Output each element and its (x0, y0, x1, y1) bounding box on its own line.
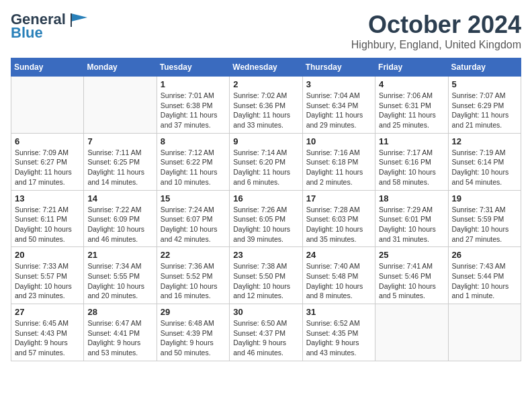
calendar-cell (11, 77, 84, 134)
day-number: 9 (233, 136, 298, 146)
day-number: 25 (379, 250, 444, 260)
calendar-cell: 27Sunrise: 6:45 AM Sunset: 4:43 PM Dayli… (11, 304, 84, 361)
day-number: 21 (87, 250, 152, 260)
calendar-cell: 11Sunrise: 7:17 AM Sunset: 6:16 PM Dayli… (375, 133, 448, 190)
week-row-1: 1Sunrise: 7:01 AM Sunset: 6:38 PM Daylig… (11, 77, 521, 134)
day-number: 11 (379, 136, 444, 146)
day-number: 19 (452, 193, 517, 203)
weekday-header-wednesday: Wednesday (230, 58, 302, 77)
day-number: 29 (161, 307, 226, 317)
calendar-cell: 22Sunrise: 7:36 AM Sunset: 5:52 PM Dayli… (157, 247, 229, 304)
calendar-cell: 25Sunrise: 7:41 AM Sunset: 5:46 PM Dayli… (375, 247, 448, 304)
calendar-cell (448, 304, 521, 361)
day-number: 24 (306, 250, 371, 260)
day-info: Sunrise: 7:07 AM Sunset: 6:29 PM Dayligh… (452, 91, 517, 130)
day-info: Sunrise: 7:38 AM Sunset: 5:50 PM Dayligh… (233, 261, 298, 301)
logo: General Blue (11, 11, 87, 42)
calendar-cell: 28Sunrise: 6:47 AM Sunset: 4:41 PM Dayli… (84, 304, 157, 361)
day-info: Sunrise: 7:16 AM Sunset: 6:18 PM Dayligh… (306, 148, 371, 187)
day-number: 27 (15, 307, 80, 317)
day-info: Sunrise: 7:11 AM Sunset: 6:25 PM Dayligh… (87, 148, 152, 187)
page-header: General Blue October 2024 Highbury, Engl… (11, 11, 521, 51)
day-info: Sunrise: 7:24 AM Sunset: 6:07 PM Dayligh… (161, 205, 226, 244)
calendar-cell: 23Sunrise: 7:38 AM Sunset: 5:50 PM Dayli… (230, 247, 302, 304)
calendar-cell: 26Sunrise: 7:43 AM Sunset: 5:44 PM Dayli… (448, 247, 521, 304)
calendar-cell: 13Sunrise: 7:21 AM Sunset: 6:11 PM Dayli… (11, 190, 84, 247)
day-number: 12 (452, 136, 517, 146)
day-info: Sunrise: 7:19 AM Sunset: 6:14 PM Dayligh… (452, 148, 517, 187)
day-number: 18 (379, 193, 444, 203)
weekday-header-friday: Friday (375, 58, 448, 77)
day-number: 1 (161, 79, 226, 89)
day-info: Sunrise: 7:41 AM Sunset: 5:46 PM Dayligh… (379, 261, 444, 301)
day-number: 28 (87, 307, 152, 317)
svg-marker-0 (71, 13, 87, 21)
day-info: Sunrise: 7:31 AM Sunset: 5:59 PM Dayligh… (452, 205, 517, 244)
calendar-cell: 8Sunrise: 7:12 AM Sunset: 6:22 PM Daylig… (157, 133, 229, 190)
calendar-cell: 6Sunrise: 7:09 AM Sunset: 6:27 PM Daylig… (11, 133, 84, 190)
day-number: 14 (87, 193, 152, 203)
calendar-cell: 3Sunrise: 7:04 AM Sunset: 6:34 PM Daylig… (302, 77, 375, 134)
day-info: Sunrise: 7:26 AM Sunset: 6:05 PM Dayligh… (233, 205, 298, 244)
weekday-header-sunday: Sunday (11, 58, 84, 77)
day-info: Sunrise: 7:09 AM Sunset: 6:27 PM Dayligh… (15, 148, 80, 187)
day-number: 3 (306, 79, 371, 89)
calendar-cell: 20Sunrise: 7:33 AM Sunset: 5:57 PM Dayli… (11, 247, 84, 304)
day-info: Sunrise: 7:17 AM Sunset: 6:16 PM Dayligh… (379, 148, 444, 187)
calendar-cell: 10Sunrise: 7:16 AM Sunset: 6:18 PM Dayli… (302, 133, 375, 190)
calendar-cell (84, 77, 157, 134)
calendar-cell: 29Sunrise: 6:48 AM Sunset: 4:39 PM Dayli… (157, 304, 229, 361)
day-number: 15 (161, 193, 226, 203)
day-number: 17 (306, 193, 371, 203)
day-number: 26 (452, 250, 517, 260)
day-number: 22 (161, 250, 226, 260)
day-info: Sunrise: 7:28 AM Sunset: 6:03 PM Dayligh… (306, 205, 371, 244)
day-number: 20 (15, 250, 80, 260)
calendar-cell: 4Sunrise: 7:06 AM Sunset: 6:31 PM Daylig… (375, 77, 448, 134)
day-info: Sunrise: 7:06 AM Sunset: 6:31 PM Dayligh… (379, 91, 444, 130)
calendar-cell: 15Sunrise: 7:24 AM Sunset: 6:07 PM Dayli… (157, 190, 229, 247)
day-info: Sunrise: 7:34 AM Sunset: 5:55 PM Dayligh… (87, 261, 152, 301)
day-number: 8 (161, 136, 226, 146)
day-info: Sunrise: 7:22 AM Sunset: 6:09 PM Dayligh… (87, 205, 152, 244)
day-info: Sunrise: 7:36 AM Sunset: 5:52 PM Dayligh… (161, 261, 226, 301)
day-info: Sunrise: 7:40 AM Sunset: 5:48 PM Dayligh… (306, 261, 371, 301)
calendar-cell: 9Sunrise: 7:14 AM Sunset: 6:20 PM Daylig… (230, 133, 302, 190)
calendar-cell: 7Sunrise: 7:11 AM Sunset: 6:25 PM Daylig… (84, 133, 157, 190)
weekday-header-thursday: Thursday (302, 58, 375, 77)
day-info: Sunrise: 7:33 AM Sunset: 5:57 PM Dayligh… (15, 261, 80, 301)
calendar-cell: 1Sunrise: 7:01 AM Sunset: 6:38 PM Daylig… (157, 77, 229, 134)
day-number: 16 (233, 193, 298, 203)
location-subtitle: Highbury, England, United Kingdom (351, 39, 521, 51)
day-number: 13 (15, 193, 80, 203)
day-info: Sunrise: 7:43 AM Sunset: 5:44 PM Dayligh… (452, 261, 517, 301)
day-number: 10 (306, 136, 371, 146)
day-number: 5 (452, 79, 517, 89)
calendar-cell: 14Sunrise: 7:22 AM Sunset: 6:09 PM Dayli… (84, 190, 157, 247)
day-info: Sunrise: 6:50 AM Sunset: 4:37 PM Dayligh… (233, 318, 298, 358)
calendar-cell: 18Sunrise: 7:29 AM Sunset: 6:01 PM Dayli… (375, 190, 448, 247)
week-row-3: 13Sunrise: 7:21 AM Sunset: 6:11 PM Dayli… (11, 190, 521, 247)
day-info: Sunrise: 7:21 AM Sunset: 6:11 PM Dayligh… (15, 205, 80, 244)
week-row-5: 27Sunrise: 6:45 AM Sunset: 4:43 PM Dayli… (11, 304, 521, 361)
weekday-header-tuesday: Tuesday (157, 58, 229, 77)
day-info: Sunrise: 7:04 AM Sunset: 6:34 PM Dayligh… (306, 91, 371, 130)
day-info: Sunrise: 7:02 AM Sunset: 6:36 PM Dayligh… (233, 91, 298, 130)
week-row-2: 6Sunrise: 7:09 AM Sunset: 6:27 PM Daylig… (11, 133, 521, 190)
calendar-cell: 17Sunrise: 7:28 AM Sunset: 6:03 PM Dayli… (302, 190, 375, 247)
calendar-cell: 30Sunrise: 6:50 AM Sunset: 4:37 PM Dayli… (230, 304, 302, 361)
day-info: Sunrise: 7:14 AM Sunset: 6:20 PM Dayligh… (233, 148, 298, 187)
day-info: Sunrise: 7:29 AM Sunset: 6:01 PM Dayligh… (379, 205, 444, 244)
day-number: 30 (233, 307, 298, 317)
day-info: Sunrise: 7:12 AM Sunset: 6:22 PM Dayligh… (161, 148, 226, 187)
calendar-cell: 19Sunrise: 7:31 AM Sunset: 5:59 PM Dayli… (448, 190, 521, 247)
calendar-table: SundayMondayTuesdayWednesdayThursdayFrid… (11, 58, 521, 361)
day-number: 23 (233, 250, 298, 260)
day-number: 4 (379, 79, 444, 89)
day-info: Sunrise: 6:47 AM Sunset: 4:41 PM Dayligh… (87, 318, 152, 358)
weekday-header-row: SundayMondayTuesdayWednesdayThursdayFrid… (11, 58, 521, 77)
calendar-cell: 2Sunrise: 7:02 AM Sunset: 6:36 PM Daylig… (230, 77, 302, 134)
calendar-cell: 24Sunrise: 7:40 AM Sunset: 5:48 PM Dayli… (302, 247, 375, 304)
logo-blue: Blue (11, 24, 43, 42)
calendar-cell: 16Sunrise: 7:26 AM Sunset: 6:05 PM Dayli… (230, 190, 302, 247)
